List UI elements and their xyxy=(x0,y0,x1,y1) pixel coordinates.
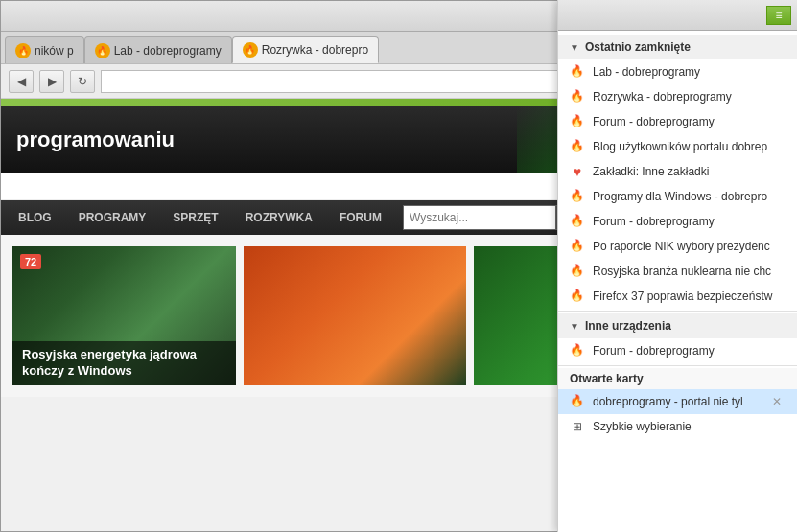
nav-blog[interactable]: BLOG xyxy=(5,200,65,235)
tab-label-1: ników p xyxy=(35,44,74,58)
rc-favicon-4: 🔥 xyxy=(570,139,585,154)
ot-favicon-1: 🔥 xyxy=(570,394,585,409)
other-devices-arrow: ▼ xyxy=(570,321,579,332)
tab-favicon-1: 🔥 xyxy=(15,43,31,58)
rc-text-8: Po raporcie NIK wybory prezydenc xyxy=(593,240,785,253)
recently-closed-header[interactable]: ▼ Ostatnio zamknięte xyxy=(558,35,797,59)
rc-item-7[interactable]: 🔥 Forum - dobreprogramy xyxy=(558,209,797,234)
rc-text-7: Forum - dobreprogramy xyxy=(593,215,785,228)
tab-label-3: Rozrywka - dobrepro xyxy=(262,43,368,57)
tab-favicon-3: 🔥 xyxy=(243,42,258,58)
back-button[interactable]: ◀ xyxy=(9,70,34,93)
rc-text-5: Zakładki: Inne zakładki xyxy=(593,165,785,178)
rc-favicon-1: 🔥 xyxy=(570,64,585,80)
rc-item-5[interactable]: ♥ Zakładki: Inne zakładki xyxy=(558,159,797,184)
open-tabs-label: Otwarte karty xyxy=(558,368,797,389)
rc-text-6: Programy dla Windows - dobrepro xyxy=(593,190,785,203)
ot-item-2[interactable]: ⊞ Szybkie wybieranie xyxy=(558,414,797,439)
dropdown-top-bar: ≡ xyxy=(558,0,797,31)
ot-text-1: dobreprogramy - portal nie tyl xyxy=(593,395,761,408)
rc-favicon-10: 🔥 xyxy=(570,289,585,304)
tab-2[interactable]: 🔥 Lab - dobreprogramy xyxy=(84,36,232,63)
recently-closed-arrow: ▼ xyxy=(570,42,579,53)
other-devices-label: Inne urządzenia xyxy=(585,319,671,333)
rc-text-9: Rosyjska branża nuklearna nie chc xyxy=(593,265,785,278)
dropdown-content: ▼ Ostatnio zamknięte 🔥 Lab - dobreprogra… xyxy=(558,31,797,532)
dropdown-menu-icon[interactable]: ≡ xyxy=(766,6,791,25)
rc-item-8[interactable]: 🔥 Po raporcie NIK wybory prezydenc xyxy=(558,234,797,259)
od-favicon-1: 🔥 xyxy=(570,343,585,359)
article-card-1[interactable]: 72 Rosyjska energetyka jądrowa kończy z … xyxy=(12,246,236,385)
rc-text-1: Lab - dobreprogramy xyxy=(593,65,785,79)
article-card-2[interactable] xyxy=(244,246,467,385)
divider-2 xyxy=(558,365,797,366)
other-devices-header[interactable]: ▼ Inne urządzenia xyxy=(558,313,797,338)
article-badge-1: 72 xyxy=(20,254,41,269)
nav-rozrywka[interactable]: ROZRYWKA xyxy=(232,200,326,235)
rc-favicon-8: 🔥 xyxy=(570,239,585,254)
rc-text-2: Rozrywka - dobreprogramy xyxy=(593,90,785,104)
rc-item-2[interactable]: 🔥 Rozrywka - dobreprogramy xyxy=(558,84,797,109)
rc-favicon-5: ♥ xyxy=(570,164,585,179)
rc-item-1[interactable]: 🔥 Lab - dobreprogramy xyxy=(558,59,797,84)
rc-favicon-2: 🔥 xyxy=(570,89,585,104)
close-tab-button[interactable]: ✕ xyxy=(768,395,785,408)
rc-text-3: Forum - dobreprogramy xyxy=(593,115,785,128)
rc-item-9[interactable]: 🔥 Rosyjska branża nuklearna nie chc xyxy=(558,259,797,284)
nav-sprzet[interactable]: SPRZĘT xyxy=(159,200,231,235)
nav-forum[interactable]: FORUM xyxy=(326,200,395,235)
od-text-1: Forum - dobreprogramy xyxy=(593,344,785,358)
dropdown-menu: ≡ ▼ Ostatnio zamknięte 🔥 Lab - dobreprog… xyxy=(557,0,797,532)
rc-favicon-3: 🔥 xyxy=(570,114,585,129)
tab-label-2: Lab - dobreprogramy xyxy=(114,44,222,58)
rc-text-4: Blog użytkowników portalu dobrep xyxy=(593,140,785,153)
site-logo: programowaniu xyxy=(16,127,175,152)
forward-button[interactable]: ▶ xyxy=(39,70,64,93)
tab-3[interactable]: 🔥 Rozrywka - dobrepro xyxy=(232,36,379,63)
rc-text-10: Firefox 37 poprawia bezpieczeństw xyxy=(593,289,785,303)
rc-item-6[interactable]: 🔥 Programy dla Windows - dobrepro xyxy=(558,184,797,209)
rc-item-10[interactable]: 🔥 Firefox 37 poprawia bezpieczeństw xyxy=(558,284,797,309)
rc-favicon-6: 🔥 xyxy=(570,189,585,204)
article-overlay-1: Rosyjska energetyka jądrowa kończy z Win… xyxy=(12,341,236,385)
search-input[interactable] xyxy=(403,205,556,230)
od-item-1[interactable]: 🔥 Forum - dobreprogramy xyxy=(558,338,797,363)
ot-text-2: Szybkie wybieranie xyxy=(593,420,785,433)
divider-1 xyxy=(558,311,797,312)
ot-item-1[interactable]: 🔥 dobreprogramy - portal nie tyl ✕ xyxy=(558,389,797,414)
article-title-1: Rosyjska energetyka jądrowa kończy z Win… xyxy=(22,347,226,380)
recently-closed-label: Ostatnio zamknięte xyxy=(585,40,691,54)
tab-favicon-2: 🔥 xyxy=(95,43,110,58)
ot-favicon-2: ⊞ xyxy=(570,419,585,434)
rc-item-3[interactable]: 🔥 Forum - dobreprogramy xyxy=(558,109,797,134)
rc-item-4[interactable]: 🔥 Blog użytkowników portalu dobrep xyxy=(558,134,797,159)
refresh-button[interactable]: ↻ xyxy=(70,70,95,93)
rc-favicon-9: 🔥 xyxy=(570,264,585,279)
tab-1[interactable]: 🔥 ników p xyxy=(5,36,84,63)
nav-programy[interactable]: PROGRAMY xyxy=(65,200,160,235)
rc-favicon-7: 🔥 xyxy=(570,214,585,229)
